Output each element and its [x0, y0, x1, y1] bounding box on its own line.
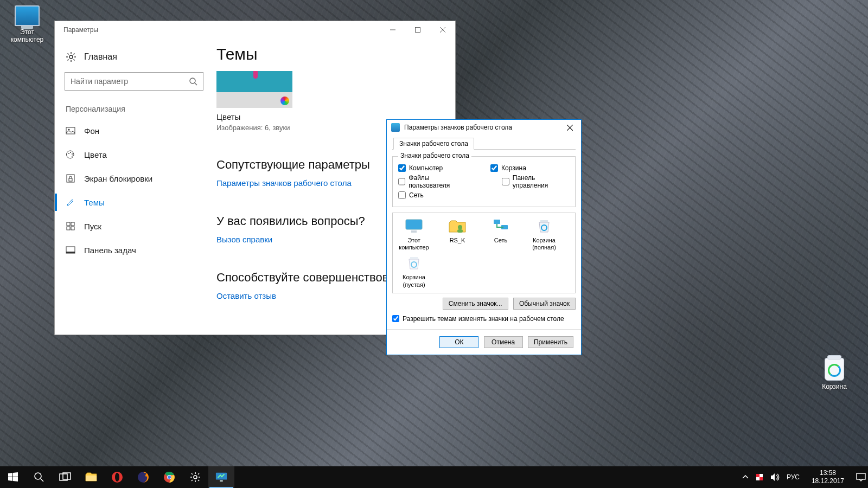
- sidebar-item-label: Панель задач: [84, 246, 136, 255]
- minimize-button[interactable]: [380, 21, 405, 38]
- checkbox-user-files[interactable]: Файлы пользователя: [398, 174, 469, 189]
- default-icon-button[interactable]: Обычный значок: [513, 298, 576, 310]
- sidebar-item-label: Экран блокировки: [84, 174, 152, 183]
- close-button[interactable]: [430, 21, 455, 38]
- tray-volume-icon[interactable]: [770, 473, 780, 481]
- search-button[interactable]: [26, 466, 52, 488]
- icon-preview-list[interactable]: Этот компьютер RS_K Сеть Корзина (полная…: [392, 213, 576, 293]
- dialog-icon: [391, 123, 400, 132]
- tray-clock[interactable]: 13:58 18.12.2017: [806, 469, 850, 485]
- allow-themes-checkbox[interactable]: Разрешить темам изменять значки на рабоч…: [392, 315, 576, 323]
- checkbox-network[interactable]: Сеть: [398, 191, 424, 199]
- svg-rect-41: [760, 477, 763, 480]
- sidebar-item-start[interactable]: Пуск: [65, 214, 216, 238]
- settings-titlebar[interactable]: Параметры: [55, 21, 455, 38]
- theme-thumbnail[interactable]: [216, 71, 292, 108]
- dialog-close-button[interactable]: [561, 121, 578, 133]
- picture-icon: [66, 126, 75, 136]
- svg-rect-19: [457, 229, 463, 233]
- svg-point-18: [458, 225, 462, 229]
- sidebar-item-themes[interactable]: Темы: [65, 190, 216, 214]
- sidebar-section-title: Персонализация: [66, 105, 216, 113]
- checkbox-computer[interactable]: Компьютер: [398, 164, 443, 172]
- task-view-icon: [59, 471, 71, 483]
- start-button[interactable]: [0, 466, 26, 488]
- svg-point-7: [72, 153, 73, 155]
- taskbar-opera[interactable]: [104, 466, 130, 488]
- monitor-icon: [404, 217, 424, 235]
- sidebar-item-taskbar[interactable]: Панель задач: [65, 238, 216, 262]
- preview-this-pc[interactable]: Этот компьютер: [397, 217, 431, 251]
- taskbar-settings[interactable]: [182, 466, 208, 488]
- preview-bin-empty[interactable]: Корзина (пустая): [397, 254, 431, 288]
- svg-rect-22: [540, 220, 548, 222]
- opera-icon: [111, 471, 123, 483]
- folder-icon: [85, 471, 97, 483]
- monitor-icon: [15, 5, 40, 26]
- home-button[interactable]: Главная: [65, 48, 216, 72]
- preview-user[interactable]: RS_K: [441, 217, 474, 251]
- taskbar: РУС 13:58 18.12.2017: [0, 466, 868, 488]
- tray-time: 13:58: [812, 469, 844, 477]
- recycle-bin-empty-icon: [404, 254, 424, 272]
- desktop-icon-this-pc[interactable]: Этот компьютер: [7, 5, 48, 43]
- apply-button[interactable]: Применить: [528, 336, 573, 348]
- tray-language[interactable]: РУС: [787, 473, 800, 481]
- preview-bin-full[interactable]: Корзина (полная): [527, 217, 561, 251]
- task-view-button[interactable]: [52, 466, 78, 488]
- taskbar-firefox[interactable]: [130, 466, 156, 488]
- feedback-link[interactable]: Оставить отзыв: [216, 291, 276, 300]
- svg-point-2: [190, 78, 195, 84]
- system-tray: РУС 13:58 18.12.2017: [742, 466, 868, 488]
- svg-point-31: [115, 473, 119, 481]
- sidebar-item-label: Фон: [84, 126, 99, 136]
- preview-network[interactable]: Сеть: [484, 217, 518, 251]
- svg-rect-24: [410, 257, 418, 259]
- tray-chevron-up-icon[interactable]: [742, 474, 749, 480]
- svg-rect-11: [71, 222, 74, 226]
- svg-rect-9: [69, 178, 72, 181]
- svg-point-4: [68, 129, 70, 131]
- taskbar-file-explorer[interactable]: [78, 466, 104, 488]
- get-help-link[interactable]: Вызов справки: [216, 235, 272, 244]
- sidebar-item-colors[interactable]: Цвета: [65, 143, 216, 166]
- svg-rect-12: [67, 227, 70, 230]
- change-icon-button[interactable]: Сменить значок...: [443, 298, 508, 310]
- recycle-bin-icon: [825, 358, 844, 381]
- desktop-icon-label: Корзина: [814, 383, 855, 390]
- dialog-tab[interactable]: Значки рабочего стола: [393, 138, 474, 150]
- cancel-button[interactable]: Отмена: [484, 336, 523, 348]
- gear-icon: [189, 471, 201, 483]
- taskbar-chrome[interactable]: [156, 466, 182, 488]
- tray-security-icon[interactable]: [755, 473, 764, 481]
- checkbox-control-panel[interactable]: Панель управления: [502, 174, 570, 189]
- checkbox-recycle-bin[interactable]: Корзина: [490, 164, 526, 172]
- desktop-icon-recycle-bin[interactable]: Корзина: [814, 358, 855, 390]
- settings-title: Параметры: [63, 26, 98, 34]
- ok-button[interactable]: ОК: [439, 336, 478, 348]
- dialog-tab-strip: Значки рабочего стола: [392, 137, 576, 150]
- home-label: Главная: [84, 52, 117, 62]
- sidebar-item-label: Цвета: [84, 150, 107, 159]
- recycle-bin-full-icon: [534, 217, 554, 235]
- svg-rect-20: [494, 220, 500, 224]
- maximize-button[interactable]: [405, 21, 430, 38]
- sidebar-item-background[interactable]: Фон: [65, 119, 216, 143]
- monitor-paint-icon: [215, 471, 227, 483]
- desktop-icons-settings-link[interactable]: Параметры значков рабочего стола: [216, 178, 352, 188]
- svg-rect-16: [406, 220, 422, 229]
- search-input[interactable]: Найти параметр: [65, 72, 203, 91]
- taskbar-personalization[interactable]: [208, 466, 234, 488]
- chrome-icon: [163, 471, 175, 483]
- dialog-titlebar[interactable]: Параметры значков рабочего стола: [387, 120, 581, 135]
- svg-rect-10: [67, 222, 70, 226]
- tray-notifications-icon[interactable]: [856, 473, 866, 481]
- svg-point-5: [68, 153, 69, 154]
- sidebar-item-lockscreen[interactable]: Экран блокировки: [65, 166, 216, 190]
- desktop-icon-settings-dialog: Параметры значков рабочего стола Значки …: [386, 119, 582, 355]
- svg-point-35: [168, 476, 171, 479]
- svg-point-36: [194, 476, 197, 479]
- desktop-icons-group: Значки рабочего стола Компьютер Корзина …: [392, 156, 576, 207]
- svg-point-26: [35, 473, 41, 479]
- network-icon: [491, 217, 510, 235]
